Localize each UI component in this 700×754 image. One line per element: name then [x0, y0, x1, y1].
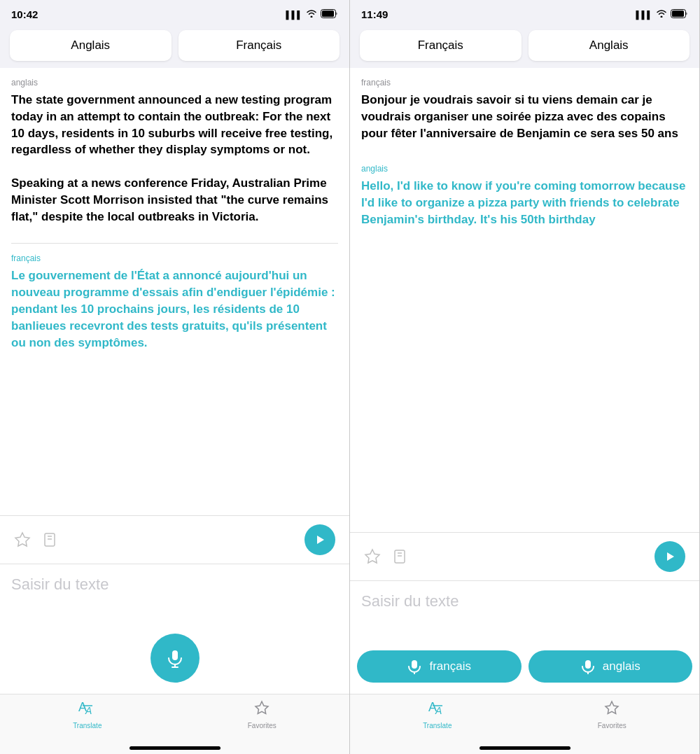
tab-translate-right[interactable]: A A Translate — [423, 700, 451, 729]
action-right-icons — [364, 548, 409, 565]
tab-translate-left[interactable]: A A Translate — [73, 700, 102, 729]
tab-favorites-label-right: Favorites — [598, 722, 626, 729]
translated-label-right: anglais — [361, 164, 688, 174]
star-button-left[interactable] — [14, 531, 31, 548]
svg-marker-16 — [365, 550, 379, 563]
wifi-icon-left — [306, 9, 317, 20]
action-bar-left — [0, 515, 349, 564]
translated-text-right: Hello, I'd like to know if you're coming… — [361, 178, 688, 228]
svg-rect-17 — [395, 550, 405, 563]
mic-button-left[interactable] — [150, 634, 200, 683]
tab-favorites-right[interactable]: Favorites — [598, 700, 626, 729]
tab-bar-left: A A Translate Favorites — [0, 694, 349, 743]
tab-favorites-left[interactable]: Favorites — [248, 700, 276, 729]
svg-marker-6 — [317, 536, 324, 544]
svg-rect-3 — [45, 533, 55, 546]
lang-selector-left: Anglais Français — [0, 25, 349, 68]
lang-selector-right: Français Anglais — [350, 25, 699, 68]
lang-btn-1-right[interactable]: Français — [360, 30, 522, 61]
mic-button-lang1-right[interactable]: français — [357, 650, 522, 683]
play-button-right[interactable] — [654, 541, 685, 572]
favorites-tab-icon-left — [254, 700, 270, 720]
svg-rect-23 — [585, 660, 591, 669]
lang-btn-2-right[interactable]: Anglais — [528, 30, 690, 61]
translate-tab-icon-left: A A — [78, 700, 97, 720]
translate-tab-icon-right: A A — [428, 700, 447, 720]
action-left-icons — [14, 531, 59, 548]
home-bar-left — [130, 746, 220, 750]
source-text-left: The state government announced a new tes… — [11, 92, 338, 225]
book-button-right[interactable] — [392, 548, 409, 565]
battery-icon-left — [321, 9, 338, 20]
home-indicator-right — [350, 743, 699, 754]
status-bar-left: 10:42 ▌▌▌ — [0, 0, 349, 25]
source-label-right: français — [361, 78, 688, 88]
translated-label-left: français — [11, 253, 338, 263]
status-bar-right: 11:49 ▌▌▌ — [350, 0, 699, 25]
source-label-left: anglais — [11, 78, 338, 88]
translation-area-right: français Bonjour je voudrais savoir si t… — [350, 68, 699, 532]
right-phone-screen: 11:49 ▌▌▌ Français Anglais — [350, 0, 700, 754]
svg-rect-15 — [672, 11, 684, 17]
mic-lang2-label: anglais — [603, 659, 640, 673]
svg-rect-7 — [172, 650, 178, 660]
mic-button-lang2-right[interactable]: anglais — [528, 650, 693, 683]
mic-area-right: français anglais — [350, 636, 699, 694]
tab-translate-label-left: Translate — [73, 722, 102, 729]
mic-lang1-label: français — [429, 659, 471, 673]
tab-favorites-label-left: Favorites — [248, 722, 276, 729]
status-time-left: 10:42 — [11, 8, 38, 20]
input-placeholder-right: Saisir du texte — [361, 592, 458, 610]
lang-btn-2-left[interactable]: Français — [178, 30, 340, 61]
divider-left — [11, 243, 338, 244]
lang-btn-1-left[interactable]: Anglais — [10, 30, 172, 61]
home-bar-right — [479, 746, 570, 750]
source-text-right: Bonjour je voudrais savoir si tu viens d… — [361, 92, 688, 141]
svg-marker-13 — [255, 701, 268, 713]
svg-rect-1 — [322, 11, 334, 17]
translation-area-left: anglais The state government announced a… — [0, 68, 349, 515]
home-indicator-left — [0, 743, 349, 754]
input-area-left[interactable]: Saisir du texte — [0, 564, 349, 620]
book-button-left[interactable] — [42, 531, 59, 548]
signal-icon-right: ▌▌▌ — [636, 11, 652, 19]
status-time-right: 11:49 — [361, 8, 388, 20]
svg-text:A: A — [435, 705, 442, 715]
status-icons-right: ▌▌▌ — [636, 9, 688, 20]
mic-area-left — [0, 620, 349, 694]
play-button-left[interactable] — [304, 524, 335, 555]
status-icons-left: ▌▌▌ — [286, 9, 338, 20]
star-button-right[interactable] — [364, 548, 381, 565]
left-phone-screen: 10:42 ▌▌▌ Anglais Français — [0, 0, 350, 754]
wifi-icon-right — [656, 9, 667, 20]
battery-icon-right — [671, 9, 688, 20]
svg-text:A: A — [85, 705, 92, 715]
tab-bar-right: A A Translate Favorites — [350, 694, 699, 743]
translated-text-left: Le gouvernement de l'État a annoncé aujo… — [11, 267, 338, 351]
tab-translate-label-right: Translate — [423, 722, 451, 729]
svg-marker-28 — [606, 701, 618, 713]
input-area-right[interactable]: Saisir du texte — [350, 580, 699, 636]
action-bar-right — [350, 532, 699, 580]
svg-marker-20 — [667, 552, 674, 561]
svg-rect-21 — [412, 660, 417, 669]
svg-marker-2 — [15, 533, 29, 546]
favorites-tab-icon-right — [604, 700, 620, 720]
input-placeholder-left: Saisir du texte — [11, 575, 108, 593]
signal-icon-left: ▌▌▌ — [286, 11, 302, 19]
